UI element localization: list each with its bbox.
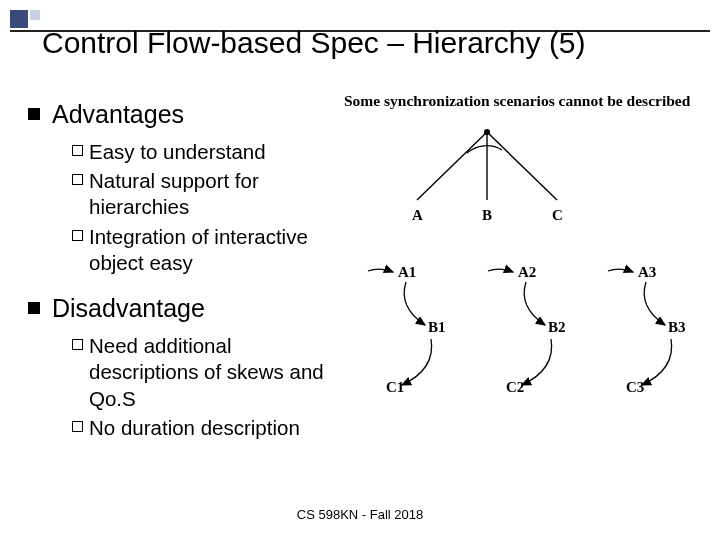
svg-text:B1: B1 bbox=[428, 319, 446, 335]
node-label-b: B bbox=[482, 207, 492, 223]
svg-text:C1: C1 bbox=[386, 379, 404, 395]
svg-line-1 bbox=[417, 132, 487, 200]
slide-body: Advantages Easy to understand Natural su… bbox=[28, 90, 708, 459]
bullet-hollow-icon bbox=[72, 145, 83, 156]
node-label-c: C bbox=[552, 207, 563, 223]
section-heading-disadvantage: Disadvantage bbox=[28, 294, 338, 323]
slide-title: Control Flow-based Spec – Hierarchy (5) bbox=[42, 26, 586, 60]
bullet-hollow-icon bbox=[72, 174, 83, 185]
bullet-hollow-icon bbox=[72, 421, 83, 432]
svg-text:A1: A1 bbox=[398, 264, 416, 280]
svg-line-3 bbox=[487, 132, 557, 200]
list-item: Need additional descriptions of skews an… bbox=[72, 333, 338, 412]
list-item: Easy to understand bbox=[72, 139, 338, 165]
svg-text:B3: B3 bbox=[668, 319, 686, 335]
svg-text:A3: A3 bbox=[638, 264, 656, 280]
bullet-hollow-icon bbox=[72, 230, 83, 241]
node-label-a: A bbox=[412, 207, 423, 223]
list-item: No duration description bbox=[72, 415, 338, 441]
bullet-square-icon bbox=[28, 302, 40, 314]
svg-text:C2: C2 bbox=[506, 379, 524, 395]
tree-diagram: A B C bbox=[338, 120, 612, 235]
slide-footer: CS 598KN - Fall 2018 bbox=[0, 507, 720, 522]
svg-text:B2: B2 bbox=[548, 319, 566, 335]
list-item: Integration of interactive object easy bbox=[72, 224, 338, 276]
svg-text:A2: A2 bbox=[518, 264, 536, 280]
bullet-square-icon bbox=[28, 108, 40, 120]
sync-diagram: A1 A2 A3 B1 B2 B3 C1 C2 C3 bbox=[338, 257, 698, 422]
section-heading-advantages: Advantages bbox=[28, 100, 338, 129]
list-item: Natural support for hierarchies bbox=[72, 168, 338, 220]
bullet-hollow-icon bbox=[72, 339, 83, 350]
svg-text:C3: C3 bbox=[626, 379, 644, 395]
figure-caption: Some synchronization scenarios cannot be… bbox=[338, 92, 708, 120]
